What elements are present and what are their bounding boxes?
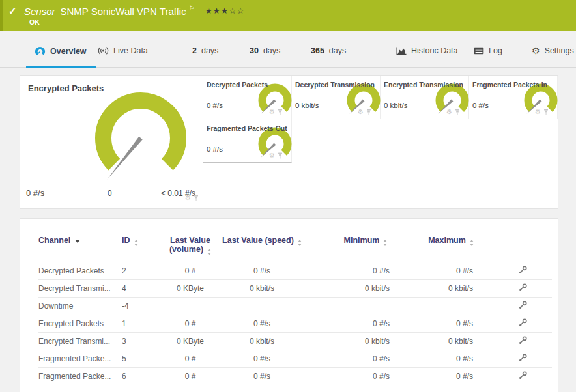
channel-id: 6 [122,368,161,385]
gauge-cell-fragmented-packets-in[interactable]: Fragmented Packets In 0 #/s ⚙ [469,76,558,119]
tab-label: days [329,46,346,55]
log-list-icon [474,47,484,55]
wrench-icon [519,266,527,274]
gauge-cell-decrypted-transmission[interactable]: Decrypted Transmission 0 kbit/s ⚙ [292,76,381,119]
gauge-title: Decrypted Packets [207,81,268,89]
tab-365-days[interactable]: 365 days [311,46,346,55]
sort-icon [207,249,211,255]
channel-id: 2 [122,262,161,280]
last-value-speed: 0 kbit/s [220,280,304,298]
gauge-settings-icon[interactable]: ⚙ [185,195,191,201]
gauge-quick-actions[interactable]: ⚙ [269,152,283,159]
channel-id: 5 [122,350,161,368]
gauge-settings-icon[interactable]: ⚙ [269,152,275,159]
last-value-volume: 0 # [161,368,220,385]
area-chart-icon [396,47,407,55]
broadcast-icon [98,46,109,55]
channel-settings-button[interactable] [519,354,527,362]
sort-icon [298,240,302,246]
gauge-settings-icon[interactable]: ⚙ [535,109,541,115]
column-header-channel[interactable]: Channel [38,232,122,262]
tab-label: days [263,46,280,55]
channel-settings-button[interactable] [519,283,527,292]
gauge-quick-actions[interactable]: ⚙ [446,109,460,115]
tab-label: Settings [545,46,574,55]
channel-settings-button[interactable] [519,371,527,380]
pin-icon[interactable] [194,195,199,201]
gauge-value: 0 #/s [26,188,44,198]
column-header-maximum[interactable]: Maximum [409,232,493,262]
channel-name: Encrypted Transmi... [38,333,122,350]
gauge-settings-icon[interactable]: ⚙ [358,109,364,115]
gauge-title: Encrypted Transmission [384,81,463,89]
tab-settings[interactable]: ⚙ Settings [532,46,574,55]
minimum-value: 0 #/s [304,315,409,333]
tab-live-data[interactable]: Live Data [98,46,148,55]
gauge-quick-actions[interactable]: ⚙ [535,109,549,115]
column-header-last-value-volume[interactable]: Last Value (volume) [161,232,220,262]
channel-settings-button[interactable] [519,336,527,344]
ok-check-icon: ✓ [8,5,17,17]
tab-historic-data[interactable]: Historic Data [396,46,458,55]
last-value-speed: 0 #/s [220,368,304,385]
gear-icon: ⚙ [532,46,540,55]
last-value-speed: 0 #/s [220,315,304,333]
gauge-settings-icon[interactable]: ⚙ [446,109,452,115]
channel-settings-button[interactable] [519,318,527,327]
minimum-value: 0 kbit/s [304,333,409,350]
pin-icon[interactable] [278,152,283,159]
gauge-value: 0 #/s [207,102,223,109]
maximum-value: 0 #/s [409,262,493,280]
column-header-id[interactable]: ID [122,232,161,262]
last-value-speed: 0 #/s [220,262,304,280]
tab-overview[interactable]: Overview [35,46,87,57]
column-header-actions [493,232,552,262]
column-header-last-value-speed[interactable]: Last Value (speed) [220,232,304,262]
gauge-quick-actions[interactable]: ⚙ [358,109,371,115]
last-value-volume: 0 # [161,315,220,333]
gauge-cell-fragmented-packets-out[interactable]: Fragmented Packets Out 0 #/s ⚙ [203,119,292,163]
gauge-quick-actions[interactable]: ⚙ [269,109,283,115]
minimum-value: 0 kbit/s [304,280,409,298]
gauge-cell-encrypted-packets[interactable]: Encrypted Packets 0 #/s 0 < 0.01 #/s ⚙ [20,76,203,204]
gauge-settings-icon[interactable]: ⚙ [269,109,275,115]
tab-number: 2 [192,46,197,55]
tab-label: Log [489,46,502,55]
tab-number: 30 [250,46,259,55]
priority-stars[interactable]: ★★★☆☆ [205,7,245,16]
column-header-minimum[interactable]: Minimum [304,232,409,262]
tab-label: Live Data [113,46,148,55]
tab-30-days[interactable]: 30 days [250,46,280,55]
gauge-cell-decrypted-packets[interactable]: Decrypted Packets 0 #/s ⚙ [203,76,292,119]
channel-name: Fragmented Packe... [38,350,122,368]
tab-2-days[interactable]: 2 days [192,46,218,55]
gauge-title: Decrypted Transmission [295,81,375,89]
channel-settings-button[interactable] [519,266,527,274]
minimum-value: 0 #/s [304,262,409,280]
sort-desc-icon [75,240,80,243]
pin-icon[interactable] [543,109,549,115]
channel-id: 4 [122,280,161,298]
maximum-value [409,298,493,315]
pin-icon[interactable] [278,109,283,115]
flag-icon: ⚐ [189,5,195,12]
channel-id: -4 [122,298,161,315]
last-value-volume [161,298,220,315]
pin-icon[interactable] [366,109,371,115]
tab-log[interactable]: Log [474,46,502,55]
channel-id: 3 [122,333,161,350]
maximum-value: 0 kbit/s [409,333,493,350]
tab-label: Historic Data [411,46,458,55]
channel-settings-button[interactable] [519,301,527,309]
channels-table: Channel ID Last Value (volume) Last Valu… [38,232,552,385]
channel-name: Fragmented Packe... [38,368,122,385]
gauge-quick-actions[interactable]: ⚙ [185,195,199,201]
sort-icon [134,240,138,246]
gauge-title: Fragmented Packets In [472,81,547,89]
gauge-cell-encrypted-transmission[interactable]: Encrypted Transmission 0 kbit/s ⚙ [381,76,469,119]
object-kind-label: Sensor [24,6,55,17]
channel-name: Decrypted Packets [38,262,122,280]
minimum-value [304,298,409,315]
pin-icon[interactable] [455,109,460,115]
gauge-icon [35,46,46,57]
